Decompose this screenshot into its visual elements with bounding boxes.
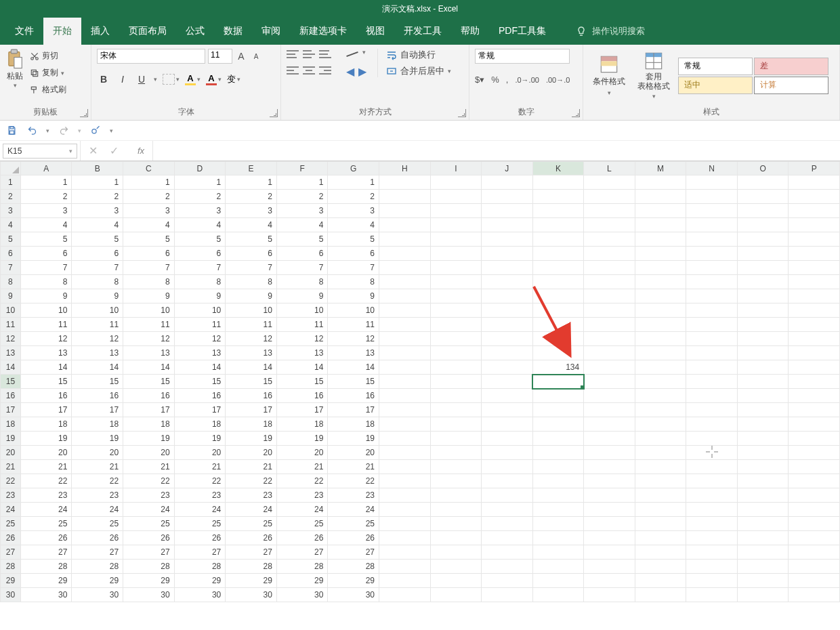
copy-button[interactable]: 复制 ▾ — [30, 67, 66, 79]
cell-C21[interactable]: 21 — [123, 460, 175, 474]
save-button[interactable] — [5, 125, 18, 137]
row-header-9[interactable]: 9 — [1, 289, 21, 303]
cell-K26[interactable] — [532, 531, 584, 545]
cell-P15[interactable] — [789, 375, 840, 389]
cell-O25[interactable] — [737, 517, 789, 531]
cell-C17[interactable]: 17 — [123, 403, 175, 417]
cell-B15[interactable]: 15 — [72, 375, 123, 389]
cell-A21[interactable]: 21 — [20, 460, 72, 474]
cell-P3[interactable] — [789, 204, 840, 218]
cell-H11[interactable] — [379, 318, 431, 332]
cell-I23[interactable] — [430, 488, 482, 503]
cell-G27[interactable]: 27 — [328, 545, 379, 560]
cell-N22[interactable] — [686, 474, 738, 488]
row-header-3[interactable]: 3 — [1, 204, 21, 218]
cell-D15[interactable]: 15 — [174, 375, 226, 389]
cell-N1[interactable] — [686, 175, 738, 190]
cell-K22[interactable] — [532, 474, 584, 488]
cell-K10[interactable] — [532, 303, 584, 318]
cell-M1[interactable] — [635, 175, 686, 190]
cell-G15[interactable]: 15 — [328, 375, 379, 389]
cell-J22[interactable] — [482, 474, 533, 488]
select-all-corner[interactable] — [1, 162, 21, 175]
cell-E25[interactable]: 25 — [226, 517, 277, 531]
cell-P30[interactable] — [789, 588, 840, 602]
cell-A9[interactable]: 9 — [20, 289, 72, 303]
cell-C2[interactable]: 2 — [123, 190, 175, 204]
align-middle-button[interactable] — [303, 49, 315, 60]
menu-tab-9[interactable]: 开发工具 — [394, 18, 451, 45]
cell-F19[interactable]: 19 — [276, 432, 328, 446]
cell-I14[interactable] — [430, 360, 482, 375]
cell-L8[interactable] — [584, 275, 635, 289]
cell-M19[interactable] — [635, 432, 686, 446]
cell-N27[interactable] — [686, 545, 738, 560]
cell-I19[interactable] — [430, 432, 482, 446]
cell-J29[interactable] — [482, 574, 533, 588]
cell-D16[interactable]: 16 — [174, 389, 226, 403]
align-center-button[interactable] — [303, 65, 315, 76]
cell-A28[interactable]: 28 — [20, 560, 72, 574]
cell-O26[interactable] — [737, 531, 789, 545]
row-header-12[interactable]: 12 — [1, 332, 21, 346]
cell-F25[interactable]: 25 — [276, 517, 328, 531]
pinyin-button[interactable]: 变▾ — [227, 73, 240, 85]
row-header-17[interactable]: 17 — [1, 403, 21, 417]
cell-O3[interactable] — [737, 204, 789, 218]
cell-D22[interactable]: 22 — [174, 474, 226, 488]
cell-E28[interactable]: 28 — [226, 560, 277, 574]
wrap-text-button[interactable]: 自动换行 — [386, 49, 451, 61]
cell-B25[interactable]: 25 — [72, 517, 123, 531]
row-header-6[interactable]: 6 — [1, 247, 21, 261]
cell-G6[interactable]: 6 — [328, 247, 379, 261]
cell-P29[interactable] — [789, 574, 840, 588]
cell-E21[interactable]: 21 — [226, 460, 277, 474]
paste-button[interactable]: 粘贴 ▾ — [5, 49, 24, 89]
cell-G11[interactable]: 11 — [328, 318, 379, 332]
cell-A27[interactable]: 27 — [20, 545, 72, 560]
cell-K15[interactable] — [532, 375, 584, 389]
cell-J19[interactable] — [482, 432, 533, 446]
cell-H22[interactable] — [379, 474, 431, 488]
cell-G20[interactable]: 20 — [328, 446, 379, 460]
cell-F1[interactable]: 1 — [276, 175, 328, 190]
cell-K23[interactable] — [532, 488, 584, 503]
cell-D5[interactable]: 5 — [174, 232, 226, 247]
cell-L17[interactable] — [584, 403, 635, 417]
cell-F2[interactable]: 2 — [276, 190, 328, 204]
cell-P27[interactable] — [789, 545, 840, 560]
cell-J18[interactable] — [482, 417, 533, 432]
cell-C8[interactable]: 8 — [123, 275, 175, 289]
cell-A29[interactable]: 29 — [20, 574, 72, 588]
cell-O23[interactable] — [737, 488, 789, 503]
cell-M2[interactable] — [635, 190, 686, 204]
cell-H10[interactable] — [379, 303, 431, 318]
cell-P25[interactable] — [789, 517, 840, 531]
cell-N5[interactable] — [686, 232, 738, 247]
decrease-indent-button[interactable]: ◀ — [346, 65, 354, 78]
cell-C1[interactable]: 1 — [123, 175, 175, 190]
cell-H27[interactable] — [379, 545, 431, 560]
cell-P23[interactable] — [789, 488, 840, 503]
cell-F4[interactable]: 4 — [276, 218, 328, 232]
cell-B22[interactable]: 22 — [72, 474, 123, 488]
cell-G16[interactable]: 16 — [328, 389, 379, 403]
cell-A13[interactable]: 13 — [20, 346, 72, 360]
cell-D30[interactable]: 30 — [174, 588, 226, 602]
cell-D6[interactable]: 6 — [174, 247, 226, 261]
cell-K5[interactable] — [532, 232, 584, 247]
row-header-11[interactable]: 11 — [1, 318, 21, 332]
cell-style-normal[interactable]: 常规 — [678, 58, 753, 75]
cell-L30[interactable] — [584, 588, 635, 602]
cell-I28[interactable] — [430, 560, 482, 574]
cell-B10[interactable]: 10 — [72, 303, 123, 318]
cut-button[interactable]: 剪切 — [30, 50, 66, 62]
cell-I21[interactable] — [430, 460, 482, 474]
cell-I26[interactable] — [430, 531, 482, 545]
cell-P21[interactable] — [789, 460, 840, 474]
cell-E6[interactable]: 6 — [226, 247, 277, 261]
row-header-13[interactable]: 13 — [1, 346, 21, 360]
cell-F9[interactable]: 9 — [276, 289, 328, 303]
cell-P16[interactable] — [789, 389, 840, 403]
cell-G23[interactable]: 23 — [328, 488, 379, 503]
